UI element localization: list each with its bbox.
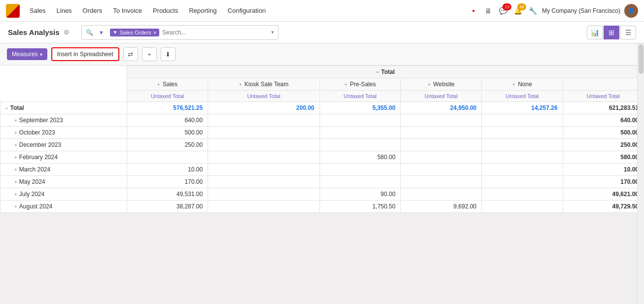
swap-icon-button[interactable]: ⇄: [123, 47, 138, 61]
search-icon: 🔍: [86, 29, 93, 36]
row-label[interactable]: +July 2024: [0, 188, 127, 201]
metric-none: Untaxed Total: [482, 91, 563, 102]
col-presales[interactable]: + Pre-Sales: [320, 78, 400, 91]
num-cell: 640.00: [127, 114, 208, 127]
table-row: +May 2024170.00170.00: [0, 176, 644, 188]
num-cell: [400, 114, 481, 127]
row-label[interactable]: +October 2023: [0, 127, 127, 139]
monitor-icon[interactable]: 🖥: [483, 5, 494, 16]
num-cell: [127, 151, 208, 164]
user-avatar[interactable]: 👤: [624, 4, 638, 18]
filter-remove-button[interactable]: ×: [153, 30, 156, 35]
num-cell: [208, 139, 320, 151]
num-cell: [320, 127, 400, 139]
num-cell: [400, 151, 481, 164]
metric-website: Untaxed Total: [400, 91, 481, 102]
row-label[interactable]: +March 2024: [0, 164, 127, 176]
col-sales[interactable]: + Sales: [127, 78, 208, 91]
num-cell: [208, 176, 320, 188]
num-cell: [320, 164, 400, 176]
metric-kiosk: Untaxed Total: [208, 91, 320, 102]
num-cell: [400, 176, 481, 188]
nav-to-invoice[interactable]: To Invoice: [108, 4, 147, 17]
insert-spreadsheet-button[interactable]: Insert in Spreadsheet: [51, 47, 119, 61]
num-cell: [482, 201, 563, 213]
filter-tag-label: Sales Orders: [119, 30, 151, 35]
expand-icon-button[interactable]: +: [142, 47, 157, 61]
nav-products[interactable]: Products: [148, 4, 183, 17]
measures-arrow-icon: ▾: [40, 52, 42, 57]
num-cell: [400, 188, 481, 201]
table-row: +December 2023250.00250.00: [0, 139, 644, 151]
row-label[interactable]: +December 2023: [0, 139, 127, 151]
search-input[interactable]: [162, 29, 268, 36]
scrollbar-thumb[interactable]: [639, 44, 644, 74]
col-sales-label: Sales: [163, 81, 178, 88]
group-header: −Total: [127, 66, 644, 78]
download-icon-button[interactable]: ⬇: [161, 47, 176, 61]
col-kiosk[interactable]: + Kiosk Sale Team: [208, 78, 320, 91]
row-label[interactable]: +May 2024: [0, 176, 127, 188]
table-row: +September 2023640.00640.00: [0, 114, 644, 127]
num-cell: [208, 114, 320, 127]
num-cell: [320, 114, 400, 127]
company-name[interactable]: My Company (San Francisco): [542, 7, 620, 14]
num-cell: [482, 127, 563, 139]
num-cell: 580.00: [563, 151, 644, 164]
col-none[interactable]: + None: [482, 78, 563, 91]
measures-button[interactable]: Measures ▾: [7, 48, 47, 60]
nav-sales[interactable]: Sales: [25, 4, 51, 17]
num-cell: 38,287.00: [127, 201, 208, 213]
bell-badge: 48: [517, 3, 526, 10]
nav-lines[interactable]: Lines: [52, 4, 77, 17]
num-cell: [400, 164, 481, 176]
metric-sales: Untaxed Total: [127, 91, 208, 102]
nav-menu: Sales Lines Orders To Invoice Products R…: [25, 4, 465, 17]
num-cell: 250.00: [127, 139, 208, 151]
bell-icon[interactable]: 🔔48: [512, 5, 523, 16]
nav-configuration[interactable]: Configuration: [223, 4, 271, 17]
nav-orders[interactable]: Orders: [78, 4, 107, 17]
metric-total: Untaxed Total: [563, 91, 644, 102]
num-cell: [208, 151, 320, 164]
num-cell: 49,729.50: [563, 201, 644, 213]
num-cell: 621,283.51: [563, 102, 644, 114]
num-cell: [400, 139, 481, 151]
table-row: +February 2024580.00580.00: [0, 151, 644, 164]
grid-view-button[interactable]: ⊞: [604, 26, 619, 39]
num-cell: 1,750.50: [320, 201, 400, 213]
pivot-table: −Total + Sales + Kiosk Sale Team +: [0, 66, 644, 213]
breadcrumb-row: Sales Analysis ⚙ 🔍 ▼ ▼ Sales Orders × ▾ …: [0, 22, 644, 43]
num-cell: [482, 139, 563, 151]
col-presales-label: Pre-Sales: [350, 81, 376, 88]
chart-view-button[interactable]: 📊: [587, 26, 603, 39]
filter-tag-icon: ▼: [113, 30, 118, 35]
app-logo[interactable]: [6, 4, 20, 18]
num-cell: 14,257.26: [482, 102, 563, 114]
list-view-button[interactable]: ☰: [620, 26, 636, 39]
col-website[interactable]: + Website: [400, 78, 481, 91]
chat-icon[interactable]: 💬23: [498, 5, 508, 16]
metric-presales: Untaxed Total: [320, 91, 400, 102]
num-cell: [400, 127, 481, 139]
filter-tag[interactable]: ▼ Sales Orders ×: [110, 29, 160, 36]
num-cell: 640.00: [563, 114, 644, 127]
status-dot-icon: ●: [468, 5, 479, 16]
search-dropdown-icon[interactable]: ▾: [271, 29, 274, 35]
row-label[interactable]: +February 2024: [0, 151, 127, 164]
nav-reporting[interactable]: Reporting: [184, 4, 221, 17]
scrollbar[interactable]: [637, 43, 644, 304]
num-cell: [320, 176, 400, 188]
wrench-icon[interactable]: 🔧: [527, 5, 538, 16]
row-label[interactable]: +September 2023: [0, 114, 127, 127]
num-cell: 200.00: [208, 102, 320, 114]
num-cell: [320, 139, 400, 151]
pivot-table-container: −Total + Sales + Kiosk Sale Team +: [0, 66, 644, 213]
row-label[interactable]: +August 2024: [0, 201, 127, 213]
search-bar: 🔍 ▼ ▼ Sales Orders × ▾: [81, 25, 279, 40]
num-cell: 5,355.00: [320, 102, 400, 114]
num-cell: [482, 164, 563, 176]
topnav-right: ● 🖥 💬23 🔔48 🔧 My Company (San Francisco)…: [468, 4, 638, 18]
settings-icon[interactable]: ⚙: [64, 29, 70, 36]
num-cell: [208, 164, 320, 176]
